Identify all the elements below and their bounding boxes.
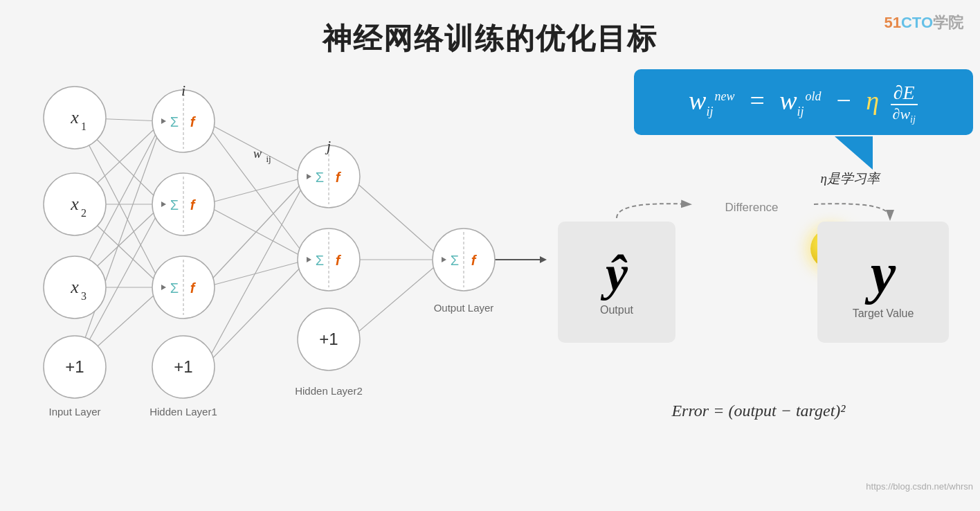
target-box: y Target Value xyxy=(817,222,949,343)
svg-text:Σ: Σ xyxy=(170,197,179,213)
svg-marker-24 xyxy=(540,256,547,263)
svg-text:x: x xyxy=(70,277,79,297)
output-target-area: Difference ŷ Output xyxy=(551,190,966,384)
svg-text:Σ: Σ xyxy=(451,253,459,268)
svg-text:Σ: Σ xyxy=(170,114,179,129)
watermark: 51CTO学院 xyxy=(884,12,963,33)
svg-text:+1: +1 xyxy=(65,357,84,376)
svg-line-16 xyxy=(204,177,308,287)
svg-line-20 xyxy=(350,177,443,260)
svg-text:2: 2 xyxy=(81,207,87,219)
svg-line-14 xyxy=(204,177,308,204)
svg-line-18 xyxy=(204,177,308,367)
right-panel: wijnew = wijold − η ∂E ∂wij η是学习率 Differ… xyxy=(551,62,980,505)
svg-line-17 xyxy=(204,260,308,287)
svg-text:Σ: Σ xyxy=(170,280,179,296)
svg-line-22 xyxy=(350,260,443,339)
svg-text:i: i xyxy=(181,82,185,99)
output-label: Output xyxy=(600,304,633,316)
svg-line-9 xyxy=(75,121,163,367)
formula-pointer xyxy=(835,136,873,170)
error-formula: Error = (output − target)² xyxy=(551,402,966,420)
svg-text:Hidden Layer1: Hidden Layer1 xyxy=(149,406,217,418)
url-watermark: https://blog.csdn.net/whrsn xyxy=(866,481,973,492)
y-val: y xyxy=(871,245,896,302)
output-box: ŷ Output xyxy=(558,222,675,343)
svg-text:+1: +1 xyxy=(319,330,338,348)
svg-text:1: 1 xyxy=(81,120,87,132)
formula-box: wijnew = wijold − η ∂E ∂wij xyxy=(634,69,973,135)
svg-text:3: 3 xyxy=(81,290,87,302)
svg-text:Output Layer: Output Layer xyxy=(434,302,494,314)
svg-text:Input Layer: Input Layer xyxy=(48,406,100,418)
svg-text:Difference: Difference xyxy=(725,201,778,214)
svg-text:+1: +1 xyxy=(174,357,192,376)
svg-text:w: w xyxy=(253,147,262,161)
svg-text:Σ: Σ xyxy=(316,253,324,268)
formula-text: wijnew = wijold − η ∂E ∂wij xyxy=(689,82,918,125)
svg-text:ij: ij xyxy=(266,154,271,164)
target-label: Target Value xyxy=(853,307,914,320)
y-hat: ŷ xyxy=(606,249,628,298)
svg-text:Σ: Σ xyxy=(316,170,324,185)
slide: 神经网络训练的优化目标 51CTO学院 xyxy=(0,0,980,511)
neural-network-diagram: x 1 x 2 x 3 +1 Σ f Σ f Σ f +1 xyxy=(0,0,568,429)
svg-text:x: x xyxy=(70,107,79,127)
svg-line-19 xyxy=(204,260,308,367)
svg-text:x: x xyxy=(70,194,79,214)
eta-label: η是学习率 xyxy=(821,170,880,188)
svg-text:Hidden Layer2: Hidden Layer2 xyxy=(295,385,363,397)
